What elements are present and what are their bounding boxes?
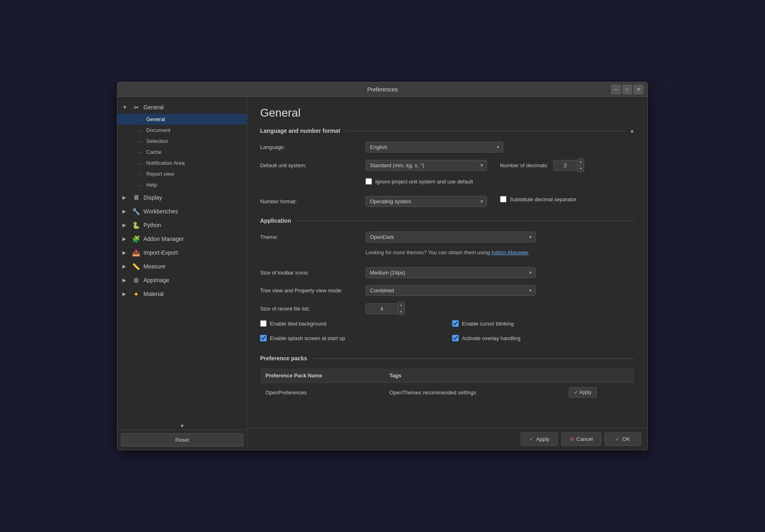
chevron-right-icon-py: ▶ xyxy=(122,222,129,228)
recent-files-input[interactable] xyxy=(365,303,398,314)
chevron-right-icon-addon: ▶ xyxy=(122,236,129,242)
recent-files-down-button[interactable]: ▼ xyxy=(398,309,404,315)
tiled-bg-label[interactable]: Enable tiled background xyxy=(270,321,327,327)
tree-view-select-wrapper: Combined Separate xyxy=(365,285,536,296)
chevron-right-icon-app: ▶ xyxy=(122,277,129,283)
addon-manager-link[interactable]: Addon Manager xyxy=(491,249,528,255)
ok-check-icon: ✓ xyxy=(615,436,620,442)
ignore-unit-checkbox[interactable] xyxy=(365,178,372,185)
cursor-blinking-checkbox[interactable] xyxy=(452,320,459,327)
addon-icon: 🧩 xyxy=(132,235,140,243)
sidebar-item-help[interactable]: Help xyxy=(118,179,247,190)
substitute-decimal-label[interactable]: Substitute decimal separator xyxy=(510,196,577,202)
tree-view-select[interactable]: Combined Separate xyxy=(365,285,536,296)
window-controls: — □ ✕ xyxy=(611,85,643,94)
bottom-bar: ✓ Apply ⊗ Cancel ✓ OK xyxy=(247,428,647,450)
sidebar-item-general[interactable]: General xyxy=(118,114,247,125)
number-format-label: Number format: xyxy=(260,198,365,204)
unit-system-row: Default unit system: Standard (mm, kg, s… xyxy=(260,158,635,172)
section-title-application: Application xyxy=(260,217,291,224)
sidebar-item-report-view[interactable]: Report view xyxy=(118,168,247,179)
theme-info-text-content: Looking for more themes? You can obtain … xyxy=(365,249,530,255)
sidebar-group-header-measure[interactable]: ▶ 📏 Measure xyxy=(118,260,247,273)
splash-screen-label[interactable]: Enable splash screen at start up xyxy=(270,335,345,341)
pref-packs-header: Preference Pack Name Tags xyxy=(261,368,635,383)
recent-files-label: Size of recent file list: xyxy=(260,306,365,312)
substitute-decimal-checkbox[interactable] xyxy=(500,196,506,202)
sidebar-group-workbenches: ▶ 🔧 Workbenches xyxy=(118,205,247,218)
unit-system-select-wrapper: Standard (mm, kg, s, °) MKS (m, kg, s, °… xyxy=(365,160,487,171)
pref-pack-name: OpenPreferences xyxy=(261,383,385,402)
tiled-bg-row: Enable tiled background xyxy=(260,320,442,327)
sidebar-group-header-material[interactable]: ▶ ● Material xyxy=(118,287,247,300)
section-collapse-icon[interactable]: ▲ xyxy=(630,128,635,134)
close-button[interactable]: ✕ xyxy=(634,85,643,94)
measure-icon: 📏 xyxy=(132,262,140,270)
decimals-down-button[interactable]: ▼ xyxy=(577,165,584,172)
minimize-button[interactable]: — xyxy=(611,85,621,94)
splash-screen-checkbox[interactable] xyxy=(260,335,267,341)
chevron-right-icon: ▶ xyxy=(122,195,129,200)
sidebar-group-import-export: ▶ 📤 Import-Export xyxy=(118,246,247,259)
chevron-right-icon-import: ▶ xyxy=(122,250,129,255)
chevron-right-icon-mat: ▶ xyxy=(122,291,129,297)
cancel-icon: ⊗ xyxy=(570,436,574,442)
theme-row: Theme: OpenDark Dark Light xyxy=(260,230,635,243)
tiled-bg-checkbox[interactable] xyxy=(260,320,267,327)
sidebar-group-material: ▶ ● Material xyxy=(118,287,247,300)
sidebar-group-label-import: Import-Export xyxy=(143,249,242,256)
theme-info-before: Looking for more themes? You can obtain … xyxy=(365,249,491,255)
section-header-pref-packs: Preference packs xyxy=(260,355,635,362)
section-title-pref-packs: Preference packs xyxy=(260,355,307,362)
apply-button[interactable]: ✓ Apply xyxy=(521,432,558,446)
number-format-select-wrapper: Operating system Comma Point xyxy=(365,196,487,207)
apply-pack-button[interactable]: ✓ Apply xyxy=(569,387,597,398)
cursor-blinking-label[interactable]: Enable cursor blinking xyxy=(462,321,514,327)
ignore-unit-label[interactable]: Ignore project unit system and use defau… xyxy=(375,179,473,185)
sidebar-group-header-appimage[interactable]: ▶ ⚙ AppImage xyxy=(118,274,247,287)
decimals-input[interactable] xyxy=(553,160,577,171)
sidebar-group-header-python[interactable]: ▶ 🐍 Python xyxy=(118,219,247,232)
reset-button[interactable]: Reset xyxy=(121,433,244,447)
ok-button[interactable]: ✓ OK xyxy=(605,432,641,446)
sidebar-group-header-import[interactable]: ▶ 📤 Import-Export xyxy=(118,246,247,259)
language-control: English Deutsch Français xyxy=(365,142,635,153)
cancel-button[interactable]: ⊗ Cancel xyxy=(561,432,601,446)
sidebar-footer: Reset xyxy=(118,430,247,450)
sidebar: ▼ ✂ General General Document Selection xyxy=(118,97,247,450)
sidebar-group-label-material: Material xyxy=(143,291,242,297)
sidebar-item-document[interactable]: Document xyxy=(118,125,247,136)
decimals-spinner-buttons: ▲ ▼ xyxy=(577,158,584,172)
section-divider-pref-packs xyxy=(312,358,635,359)
sidebar-item-cache[interactable]: Cache xyxy=(118,147,247,157)
sidebar-item-selection[interactable]: Selection xyxy=(118,136,247,147)
language-select[interactable]: English Deutsch Français xyxy=(365,142,503,153)
cancel-label: Cancel xyxy=(577,436,593,442)
sidebar-group-header-addon[interactable]: ▶ 🧩 Addon Manager xyxy=(118,232,247,245)
number-format-select[interactable]: Operating system Comma Point xyxy=(365,196,487,207)
sidebar-item-notification-area[interactable]: Notification Area xyxy=(118,157,247,168)
unit-system-label: Default unit system: xyxy=(260,162,365,168)
section-header-application: Application xyxy=(260,217,635,224)
overlay-checkbox[interactable] xyxy=(452,335,459,341)
toolbar-size-select[interactable]: Small (16px) Medium (24px) Large (32px) xyxy=(365,267,536,278)
theme-info-row: Looking for more themes? You can obtain … xyxy=(260,248,635,261)
section-header-language: Language and number format ▲ xyxy=(260,128,635,134)
recent-files-up-button[interactable]: ▲ xyxy=(398,302,404,309)
sidebar-group-header-workbenches[interactable]: ▶ 🔧 Workbenches xyxy=(118,205,247,218)
theme-select[interactable]: OpenDark Dark Light xyxy=(365,232,536,243)
pref-packs-body: OpenPreferences OpenThemes recommended s… xyxy=(261,383,635,402)
decimals-up-button[interactable]: ▲ xyxy=(577,159,584,165)
tree-view-label: Tree view and Property view mode: xyxy=(260,287,365,294)
recent-files-row: Size of recent file list: ▲ ▼ xyxy=(260,302,635,315)
overlay-label[interactable]: Activate overlay handling xyxy=(462,335,521,341)
language-label: Language: xyxy=(260,144,365,150)
sidebar-group-header-display[interactable]: ▶ 🖥 Display xyxy=(118,191,247,204)
sidebar-group-header-general[interactable]: ▼ ✂ General xyxy=(118,101,247,114)
import-icon: 📤 xyxy=(132,249,140,257)
appimage-icon: ⚙ xyxy=(132,276,140,284)
chevron-right-icon-wb: ▶ xyxy=(122,209,129,214)
maximize-button[interactable]: □ xyxy=(622,85,632,94)
section-title-language: Language and number format xyxy=(260,128,340,134)
unit-system-select[interactable]: Standard (mm, kg, s, °) MKS (m, kg, s, °… xyxy=(365,160,487,171)
